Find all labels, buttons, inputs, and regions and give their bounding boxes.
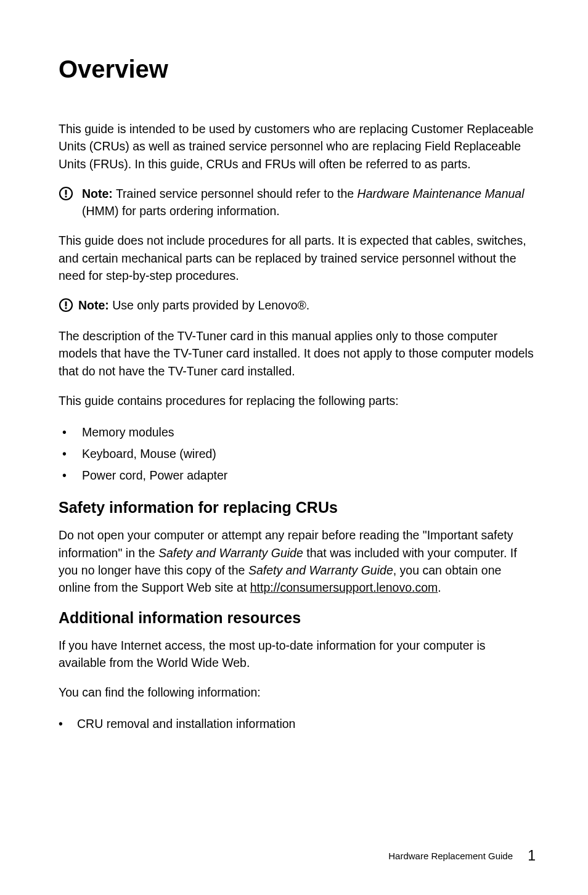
intro-paragraph: This guide is intended to be used by cus… xyxy=(59,120,536,173)
footer-text: Hardware Replacement Guide xyxy=(388,851,513,861)
note-text-pre: Trained service personnel should refer t… xyxy=(113,187,357,200)
note-2: Note: Use only parts provided by Lenovo®… xyxy=(59,296,536,315)
heading-safety: Safety information for replacing CRUs xyxy=(59,499,536,517)
additional-list: CRU removal and installation information xyxy=(59,713,536,735)
parts-list: Memory modules Keyboard, Mouse (wired) P… xyxy=(59,422,536,486)
safety-text-end: . xyxy=(438,581,441,594)
additional-p1: If you have Internet access, the most up… xyxy=(59,637,536,672)
svg-rect-2 xyxy=(65,195,67,197)
list-item: Memory modules xyxy=(59,422,536,443)
safety-em1: Safety and Warranty Guide xyxy=(158,546,303,560)
svg-rect-4 xyxy=(65,301,67,306)
paragraph-2: This guide does not include procedures f… xyxy=(59,232,536,284)
list-item: CRU removal and installation information xyxy=(59,713,536,735)
alert-icon xyxy=(59,298,73,315)
page-number: 1 xyxy=(528,848,536,864)
paragraph-4: This guide contains procedures for repla… xyxy=(59,392,536,409)
svg-rect-5 xyxy=(65,308,67,309)
page-title: Overview xyxy=(59,55,536,83)
heading-additional: Additional information resources xyxy=(59,609,536,627)
list-item: Keyboard, Mouse (wired) xyxy=(59,443,536,465)
page-footer: Hardware Replacement Guide 1 xyxy=(388,848,536,864)
safety-paragraph: Do not open your computer or attempt any… xyxy=(59,526,536,596)
paragraph-3: The description of the TV-Tuner card in … xyxy=(59,327,536,380)
safety-em2: Safety and Warranty Guide xyxy=(248,563,393,577)
alert-icon xyxy=(59,186,73,203)
svg-rect-1 xyxy=(65,190,67,195)
note-label: Note: xyxy=(82,187,113,200)
note-text-post: (HMM) for parts ordering information. xyxy=(82,204,280,218)
note-em: Hardware Maintenance Manual xyxy=(357,187,525,200)
support-link[interactable]: http://consumersupport.lenovo.com xyxy=(250,581,438,594)
note-label: Note: xyxy=(78,298,109,312)
note-1: Note: Trained service personnel should r… xyxy=(59,185,536,220)
additional-p2: You can find the following information: xyxy=(59,684,536,701)
list-item: Power cord, Power adapter xyxy=(59,465,536,486)
note-text: Use only parts provided by Lenovo®. xyxy=(109,298,309,312)
